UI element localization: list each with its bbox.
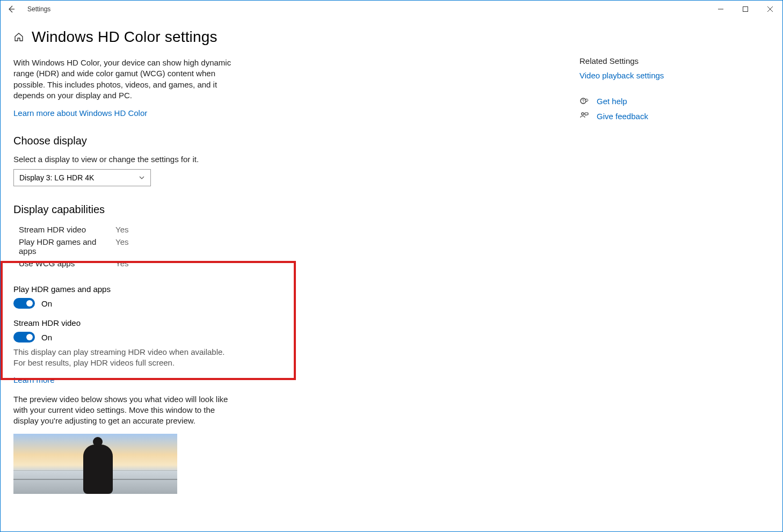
page-title: Windows HD Color settings	[32, 28, 218, 46]
give-feedback-link[interactable]: Give feedback	[597, 112, 648, 121]
back-button[interactable]	[6, 4, 17, 14]
preview-video	[13, 434, 177, 494]
related-sidebar: Related Settings Video playback settings…	[579, 56, 770, 126]
capability-row: Use WCG apps Yes	[13, 257, 384, 269]
stream-hdr-helper: This display can play streaming HDR vide…	[13, 347, 234, 369]
window-title: Settings	[27, 5, 50, 13]
chevron-down-icon	[139, 174, 145, 181]
learn-more-stream-link[interactable]: Learn more	[13, 375, 55, 384]
capability-value: Yes	[115, 225, 128, 234]
capability-row: Play HDR games and apps Yes	[13, 236, 384, 257]
capability-value: Yes	[115, 259, 128, 268]
stream-hdr-label: Stream HDR video	[13, 318, 384, 327]
arrow-left-icon	[7, 5, 16, 13]
display-select[interactable]: Display 3: LG HDR 4K	[13, 169, 151, 186]
choose-display-sub: Select a display to view or change the s…	[13, 155, 384, 164]
close-button[interactable]	[758, 1, 782, 18]
learn-more-hdcolor-link[interactable]: Learn more about Windows HD Color	[13, 108, 147, 118]
video-playback-link[interactable]: Video playback settings	[579, 71, 770, 80]
capability-row: Stream HDR video Yes	[13, 223, 384, 236]
title-bar: Settings	[1, 1, 782, 18]
play-hdr-state: On	[41, 299, 52, 308]
preview-text: The preview video below shows you what v…	[13, 394, 234, 427]
maximize-icon	[743, 6, 748, 12]
capabilities-heading: Display capabilities	[13, 203, 384, 216]
play-hdr-toggle[interactable]	[13, 298, 35, 309]
stream-hdr-toggle[interactable]	[13, 332, 35, 342]
feedback-icon	[579, 111, 589, 121]
stream-hdr-state: On	[41, 333, 52, 342]
capability-label: Play HDR games and apps	[19, 237, 115, 256]
minimize-button[interactable]	[708, 1, 733, 18]
svg-point-6	[583, 102, 583, 103]
capability-value: Yes	[115, 237, 128, 256]
svg-rect-2	[743, 7, 748, 12]
related-heading: Related Settings	[579, 56, 770, 65]
main-content: Windows HD Color settings With Windows H…	[13, 28, 384, 494]
choose-display-heading: Choose display	[13, 135, 384, 147]
get-help-link[interactable]: Get help	[597, 97, 627, 106]
capabilities-table: Stream HDR video Yes Play HDR games and …	[13, 223, 384, 269]
minimize-icon	[718, 6, 723, 12]
display-select-value: Display 3: LG HDR 4K	[19, 173, 94, 182]
help-icon	[579, 96, 589, 106]
home-icon[interactable]	[13, 32, 24, 42]
close-icon	[767, 6, 773, 12]
capability-label: Use WCG apps	[19, 259, 115, 268]
maximize-button[interactable]	[733, 1, 758, 18]
svg-point-7	[582, 113, 584, 115]
svg-rect-8	[585, 113, 588, 115]
intro-text: With Windows HD Color, your device can s…	[13, 57, 234, 101]
play-hdr-label: Play HDR games and apps	[13, 285, 384, 294]
capability-label: Stream HDR video	[19, 225, 115, 234]
